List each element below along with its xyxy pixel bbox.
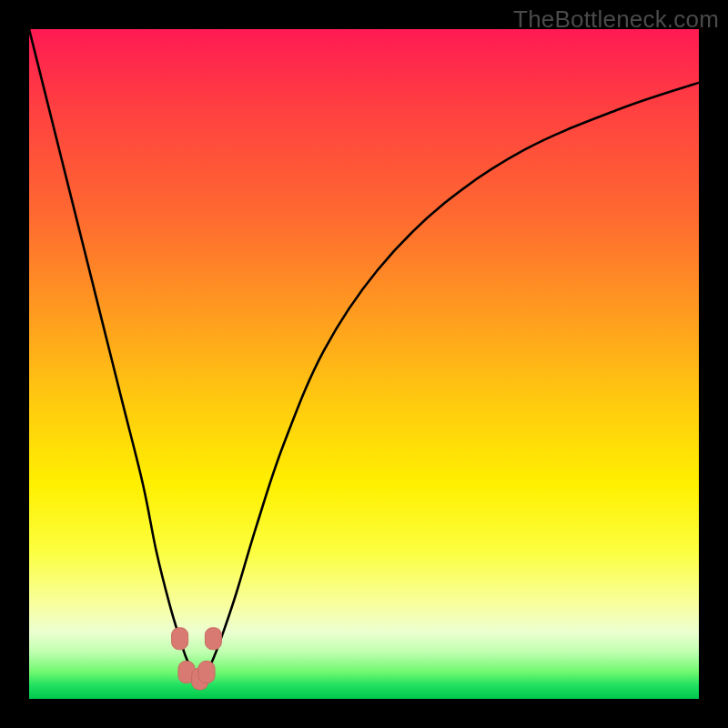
plot-area xyxy=(29,29,699,699)
chart-frame: TheBottleneck.com xyxy=(0,0,728,728)
bottleneck-curve xyxy=(29,29,699,679)
curve-marker xyxy=(198,662,215,683)
curve-marker xyxy=(172,628,188,650)
curve-marker xyxy=(205,628,221,650)
curve-svg xyxy=(29,29,699,699)
